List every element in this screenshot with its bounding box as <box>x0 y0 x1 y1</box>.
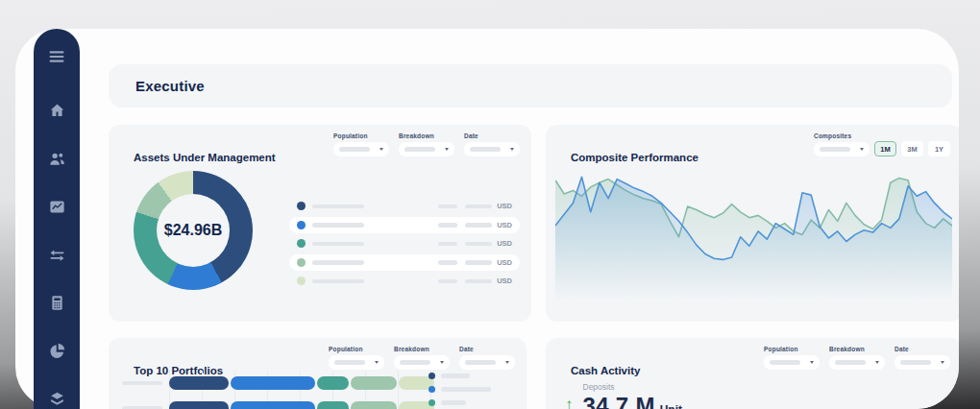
portfolio-legend-row <box>429 386 517 393</box>
panel-title: Cash Activity <box>571 365 640 376</box>
chevron-down-icon <box>505 361 509 364</box>
chevron-down-icon <box>375 361 379 364</box>
portfolio-legend <box>429 373 517 409</box>
currency-label: USD <box>497 239 512 248</box>
placeholder-bar <box>400 360 430 365</box>
placeholder-bar <box>465 360 496 365</box>
legend-dot <box>297 277 306 285</box>
placeholder-bar <box>438 242 457 247</box>
legend-dot <box>297 258 306 267</box>
population-filter-select[interactable] <box>333 142 389 156</box>
page-header: Executive <box>109 64 952 108</box>
placeholder-bar <box>312 223 364 228</box>
breakdown-filter-select[interactable] <box>829 355 885 370</box>
placeholder-bar <box>334 360 365 365</box>
aum-legend: USDUSDUSDUSDUSD <box>289 198 520 292</box>
legend-dot <box>297 239 306 248</box>
aum-legend-row: USD <box>289 273 520 290</box>
deposits-unit: Unit <box>660 403 682 409</box>
composite-controls: Composites 1M3M1Y <box>814 132 950 156</box>
currency-label: USD <box>497 277 512 285</box>
transfer-arrows-icon <box>48 246 66 264</box>
filter-label: Breakdown <box>399 132 454 139</box>
date-filter-select[interactable] <box>459 355 515 370</box>
performance-chart-icon <box>48 198 66 216</box>
range-1y-button[interactable]: 1Y <box>928 141 950 156</box>
panel-title: Assets Under Management <box>134 152 276 163</box>
deposits-value: 34.7 M <box>583 393 655 409</box>
date-filter-select[interactable] <box>894 355 950 370</box>
chevron-down-icon <box>810 361 814 364</box>
placeholder-bar <box>465 242 492 247</box>
placeholder-bar <box>441 387 491 392</box>
filter-label: Population <box>333 132 389 139</box>
stacked-bar[interactable] <box>169 401 434 409</box>
sidebar-item-menu[interactable] <box>34 35 80 79</box>
bar-segment <box>169 401 229 409</box>
menu-icon <box>47 47 66 66</box>
bar-segment <box>231 376 315 390</box>
panel-cash-activity: Cash Activity PopulationBreakdownDate ↑ … <box>546 338 959 409</box>
aum-filters: PopulationBreakdownDate <box>333 132 520 156</box>
chevron-down-icon <box>510 148 514 151</box>
legend-dot <box>297 221 306 229</box>
sidebar-item-clients[interactable] <box>34 136 80 180</box>
legend-dot <box>429 373 435 379</box>
placeholder-bar <box>438 223 457 228</box>
chevron-down-icon <box>941 361 944 364</box>
portfolio-legend-row <box>429 373 517 379</box>
population-filter-select[interactable] <box>329 355 384 370</box>
placeholder-bar <box>438 279 457 284</box>
placeholder-bar <box>441 400 466 405</box>
currency-label: USD <box>497 221 512 229</box>
placeholder-bar <box>470 147 501 152</box>
legend-dot <box>429 399 435 406</box>
aum-total: $24.96B <box>134 171 253 290</box>
aum-legend-row: USD <box>289 254 520 272</box>
legend-dot <box>297 202 306 210</box>
pie-chart-icon <box>48 342 66 360</box>
currency-label: USD <box>497 202 512 210</box>
composite-line-chart[interactable] <box>555 159 952 311</box>
sidebar-item-allocation[interactable] <box>34 328 80 373</box>
aum-donut[interactable]: $24.96B <box>134 171 253 290</box>
placeholder-bar <box>312 242 364 247</box>
placeholder-bar <box>465 260 492 265</box>
breakdown-filter-select[interactable] <box>399 142 454 156</box>
filter-label: Breakdown <box>394 346 450 352</box>
filter-label: Population <box>329 346 384 352</box>
placeholder-bar <box>404 147 435 152</box>
currency-label: USD <box>497 258 512 267</box>
breakdown-filter-select[interactable] <box>394 355 450 370</box>
panel-composite-performance: Composite Performance Composites 1M3M1Y <box>546 125 959 322</box>
placeholder-bar <box>441 373 470 378</box>
sidebar-item-accounting[interactable] <box>34 280 80 325</box>
panel-title: Top 10 Portfolios <box>134 365 223 376</box>
sidebar-item-performance[interactable] <box>34 184 80 229</box>
placeholder-bar <box>900 360 931 365</box>
chevron-down-icon <box>860 148 864 151</box>
population-filter-select[interactable] <box>764 355 820 370</box>
sidebar-item-holdings[interactable] <box>34 376 80 409</box>
range-1m-button[interactable]: 1M <box>874 141 896 156</box>
portfolio-bars <box>122 376 430 409</box>
composites-filter-select[interactable] <box>814 142 870 156</box>
aum-legend-row: USD <box>289 235 520 253</box>
app-container: Executive Assets Under Management Popula… <box>15 29 959 409</box>
filter-label: Date <box>464 132 520 139</box>
deposits-label: Deposits <box>583 382 683 392</box>
sidebar <box>34 29 80 409</box>
legend-dot <box>429 386 435 393</box>
date-filter-select[interactable] <box>464 142 520 156</box>
placeholder-bar <box>465 279 492 284</box>
placeholder-bar <box>122 381 162 386</box>
sidebar-item-home[interactable] <box>34 88 80 132</box>
chevron-down-icon <box>875 361 879 364</box>
deposits-kpi: ↑ Deposits 34.7 M Unit <box>565 382 682 409</box>
sidebar-item-transactions[interactable] <box>34 232 80 277</box>
stacked-bar[interactable] <box>169 376 434 390</box>
aum-legend-row: USD <box>289 217 520 234</box>
placeholder-bar <box>312 204 364 209</box>
range-3m-button[interactable]: 3M <box>901 141 923 156</box>
aum-legend-row: USD <box>289 198 520 215</box>
